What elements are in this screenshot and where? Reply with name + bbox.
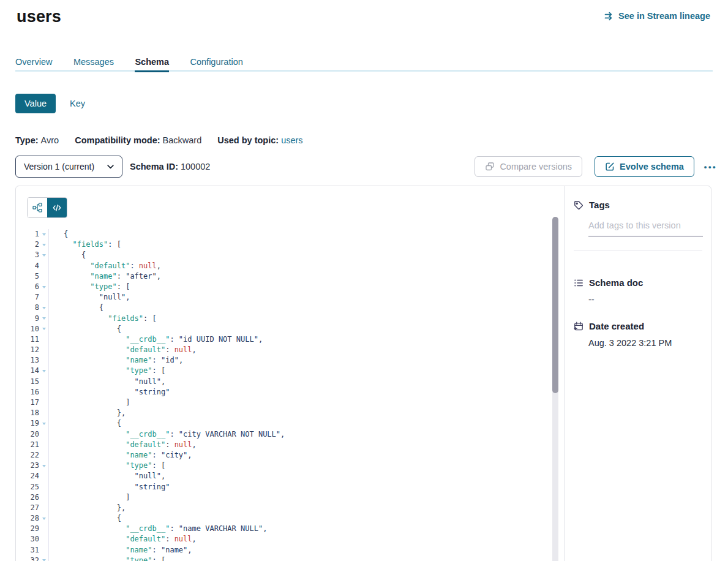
line-number: 12: [27, 345, 39, 355]
line-number: 5: [27, 271, 39, 282]
code-text: "name": "id",: [49, 355, 183, 366]
code-line: 15 "null",: [27, 377, 564, 387]
code-line: 12 "default": null,: [27, 345, 564, 355]
tab-configuration[interactable]: Configuration: [190, 57, 243, 72]
compare-versions-button[interactable]: Compare versions: [475, 156, 582, 177]
fold-toggle-icon: [39, 524, 49, 534]
fold-toggle-icon[interactable]: [39, 229, 49, 239]
fold-toggle-icon[interactable]: [39, 314, 49, 324]
fold-toggle-icon[interactable]: [39, 555, 49, 561]
list-icon: [574, 278, 584, 288]
tab-schema[interactable]: Schema: [135, 57, 169, 72]
code-line: 31 "name": "name",: [27, 545, 564, 555]
fold-toggle-icon: [39, 440, 49, 450]
code-line: 32 "type": [: [27, 555, 564, 561]
topic-link[interactable]: users: [281, 135, 302, 145]
fold-toggle-icon[interactable]: [39, 513, 49, 524]
code-line: 23 "type": [: [27, 461, 564, 471]
line-number: 9: [27, 314, 39, 324]
line-number: 25: [27, 482, 39, 492]
line-number: 8: [27, 303, 39, 313]
code-text: "null",: [49, 292, 130, 303]
code-line: 24 "null",: [27, 471, 564, 481]
line-number: 4: [27, 261, 39, 271]
code-text: "name": "name",: [49, 545, 192, 555]
add-tags-input[interactable]: [588, 218, 703, 236]
schema-editor-pane: 1{2 "fields": [3 {4 "default": null,5 "n…: [16, 186, 564, 561]
date-created-title: Date created: [589, 321, 644, 331]
used-by-label: Used by topic:: [217, 135, 279, 145]
fold-toggle-icon: [39, 292, 49, 303]
editor-scrollbar-thumb[interactable]: [552, 217, 558, 393]
schema-controls-row: Version 1 (current) Schema ID:100002 Com…: [15, 156, 718, 178]
line-number: 23: [27, 461, 39, 471]
code-line: 9 "fields": [: [27, 314, 564, 324]
tab-overview[interactable]: Overview: [15, 57, 52, 72]
more-actions-button[interactable]: •••: [703, 161, 718, 173]
fold-toggle-icon[interactable]: [39, 418, 49, 429]
code-line: 3 {: [27, 250, 564, 260]
tree-view-button[interactable]: [28, 198, 47, 217]
used-by-topic: Used by topic:users: [217, 135, 302, 145]
schema-id-label: Schema ID:: [130, 162, 178, 171]
date-created-section: Date created Aug. 3 2022 3:21 PM: [574, 321, 702, 348]
code-line: 10 {: [27, 324, 564, 334]
editor-view-toggle: [27, 197, 67, 218]
fold-toggle-icon[interactable]: [39, 324, 49, 334]
code-text: "default": null,: [49, 345, 197, 355]
code-text: {: [49, 229, 68, 239]
line-number: 6: [27, 282, 39, 292]
fold-toggle-icon: [39, 387, 49, 397]
code-text: "type": [: [49, 555, 165, 561]
line-number: 14: [27, 366, 39, 376]
version-select[interactable]: Version 1 (current): [15, 156, 122, 178]
fold-toggle-icon[interactable]: [39, 461, 49, 471]
code-line: 16 "string": [27, 387, 564, 397]
key-tab-link[interactable]: Key: [70, 99, 85, 108]
code-text: ]: [49, 492, 130, 503]
evolve-schema-button[interactable]: Evolve schema: [595, 156, 694, 177]
line-number: 30: [27, 534, 39, 544]
line-number: 31: [27, 545, 39, 555]
code-text: "default": null,: [49, 534, 197, 544]
schema-type: Type:Avro: [15, 135, 59, 145]
line-number: 3: [27, 250, 39, 260]
code-view-button[interactable]: [47, 198, 67, 217]
fold-toggle-icon: [39, 450, 49, 461]
tree-view-icon: [32, 203, 42, 213]
evolve-schema-label: Evolve schema: [620, 162, 684, 171]
code-text: "string": [49, 482, 170, 492]
line-number: 13: [27, 355, 39, 366]
editor-scrollbar[interactable]: [552, 217, 558, 561]
code-line: 26 ]: [27, 492, 564, 503]
code-line: 28 {: [27, 513, 564, 524]
tab-bar: Overview Messages Schema Configuration: [15, 56, 713, 72]
stream-lineage-link[interactable]: See in Stream lineage: [604, 11, 710, 21]
code-line: 2 "fields": [: [27, 239, 564, 250]
fold-toggle-icon[interactable]: [39, 282, 49, 292]
tab-messages[interactable]: Messages: [73, 57, 114, 72]
code-line: 6 "type": [: [27, 282, 564, 292]
code-text: "type": [: [49, 461, 165, 471]
code-line: 13 "name": "id",: [27, 355, 564, 366]
code-text: },: [49, 408, 126, 418]
line-number: 10: [27, 324, 39, 334]
schema-id-value: 100002: [181, 162, 210, 171]
fold-toggle-icon[interactable]: [39, 250, 49, 260]
line-number: 32: [27, 555, 39, 561]
value-tab-button[interactable]: Value: [15, 94, 56, 113]
line-number: 7: [27, 292, 39, 303]
schema-selector-row: Value Key: [15, 94, 728, 113]
fold-toggle-icon: [39, 429, 49, 440]
fold-toggle-icon[interactable]: [39, 239, 49, 250]
code-text: {: [49, 418, 121, 429]
line-number: 27: [27, 503, 39, 513]
fold-toggle-icon[interactable]: [39, 303, 49, 313]
code-text: "__crdb__": "id UUID NOT NULL",: [49, 334, 263, 345]
compatibility-label: Compatibility mode:: [75, 135, 160, 145]
fold-toggle-icon: [39, 397, 49, 408]
tags-title: Tags: [589, 200, 610, 210]
code-line: 27 },: [27, 503, 564, 513]
code-line: 29 "__crdb__": "name VARCHAR NULL",: [27, 524, 564, 534]
fold-toggle-icon[interactable]: [39, 366, 49, 376]
